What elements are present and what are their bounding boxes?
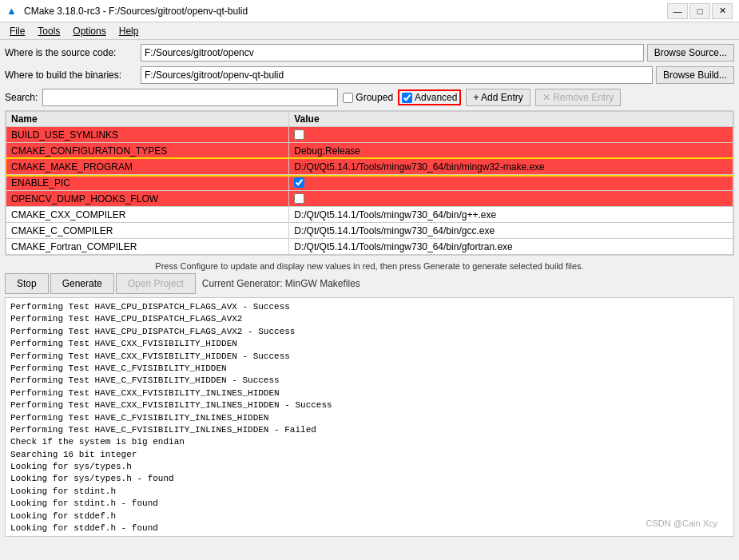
build-input[interactable] [141, 66, 653, 84]
menu-bar: File Tools Options Help [0, 22, 739, 40]
table-row-value: D:/Qt/Qt5.14.1/Tools/mingw730_64/bin/gcc… [289, 223, 733, 239]
search-input[interactable] [42, 89, 338, 106]
advanced-label: Advanced [415, 92, 457, 103]
menu-tools[interactable]: Tools [31, 24, 66, 38]
log-line: Check size of unsigned short [10, 534, 729, 537]
log-line: Performing Test HAVE_CPU_DISPATCH_FLAGS_… [10, 326, 729, 338]
table-row-name: CMAKE_Fortran_COMPILER [6, 239, 289, 255]
log-line: Performing Test HAVE_C_FVISIBILITY_HIDDE… [10, 363, 729, 375]
table-row-name: CMAKE_CXX_COMPILER [6, 207, 289, 223]
browse-build-button[interactable]: Browse Build... [656, 66, 734, 84]
log-line: Searching 16 bit integer [10, 449, 729, 461]
table-row-name: CMAKE_MAKE_PROGRAM [6, 159, 289, 175]
browse-source-button[interactable]: Browse Source... [647, 44, 734, 62]
table-row-value: Debug;Release [289, 143, 733, 159]
log-line: Performing Test HAVE_CXX_FVISIBILITY_HID… [10, 338, 729, 350]
table-row-value: D:/Qt/Qt5.14.1/Tools/mingw730_64/bin/g++… [289, 207, 733, 223]
window-title: CMake 3.18.0-rc3 - F:/Sources/gitroot/op… [24, 6, 667, 17]
table-row-name: CMAKE_C_COMPILER [6, 223, 289, 239]
title-bar: ▲ CMake 3.18.0-rc3 - F:/Sources/gitroot/… [0, 0, 739, 22]
config-table-wrapper: Name Value BUILD_USE_SYMLINKSCMAKE_CONFI… [5, 110, 734, 256]
advanced-checkbox-wrapper: Advanced [398, 89, 461, 105]
remove-entry-button[interactable]: ✕ Remove Entry [535, 89, 621, 106]
grouped-checkbox-group: Grouped [343, 92, 393, 103]
table-row-value[interactable] [289, 191, 733, 207]
menu-file[interactable]: File [3, 24, 31, 38]
open-project-button[interactable]: Open Project [116, 273, 196, 294]
menu-options[interactable]: Options [66, 24, 112, 38]
log-line: Performing Test HAVE_C_FVISIBILITY_INLIN… [10, 424, 729, 436]
search-label: Search: [5, 92, 38, 103]
log-output[interactable]: Performing Test HAVE_CPU_DISPATCH_FLAGS_… [5, 297, 734, 537]
table-row-name: OPENCV_DUMP_HOOKS_FLOW [6, 191, 289, 207]
main-content: Where is the source code: Browse Source.… [0, 40, 739, 540]
stop-button[interactable]: Stop [5, 273, 49, 294]
log-line: Performing Test HAVE_CPU_DISPATCH_FLAGS_… [10, 301, 729, 313]
log-lines-container: Performing Test HAVE_CPU_DISPATCH_FLAGS_… [10, 301, 729, 537]
minimize-button[interactable]: — [667, 3, 688, 19]
log-line: Performing Test HAVE_C_FVISIBILITY_HIDDE… [10, 375, 729, 387]
config-table: Name Value BUILD_USE_SYMLINKSCMAKE_CONFI… [6, 111, 733, 255]
source-row: Where is the source code: Browse Source.… [5, 43, 734, 62]
log-line: Looking for stddef.h - found [10, 522, 729, 534]
table-row-name: CMAKE_CONFIGURATION_TYPES [6, 143, 289, 159]
table-row-value: D:/Qt/Qt5.14.1/Tools/mingw730_64/bin/min… [289, 159, 733, 175]
grouped-checkbox[interactable] [343, 93, 353, 103]
grouped-label: Grouped [356, 92, 393, 103]
maximize-button[interactable]: □ [689, 3, 710, 19]
source-label: Where is the source code: [5, 47, 141, 58]
table-row-name: ENABLE_PIC [6, 175, 289, 191]
build-label: Where to build the binaries: [5, 70, 141, 81]
log-line: Looking for sys/types.h - found [10, 473, 729, 485]
status-text: Press Configure to update and display ne… [5, 259, 734, 273]
log-line: Looking for stdint.h [10, 486, 729, 498]
app-icon: ▲ [6, 5, 19, 18]
table-row-name: BUILD_USE_SYMLINKS [6, 127, 289, 143]
table-row-value: D:/Qt/Qt5.14.1/Tools/mingw730_64/bin/gfo… [289, 239, 733, 255]
window-controls: — □ ✕ [667, 3, 733, 19]
log-line: Looking for stddef.h [10, 510, 729, 522]
log-line: Performing Test HAVE_CPU_DISPATCH_FLAGS_… [10, 313, 729, 325]
log-line: Looking for sys/types.h [10, 461, 729, 473]
add-entry-button[interactable]: + Add Entry [466, 89, 530, 106]
source-input[interactable] [141, 44, 644, 62]
close-button[interactable]: ✕ [712, 3, 733, 19]
search-row: Search: Grouped Advanced + Add Entry ✕ R… [5, 88, 734, 107]
log-line: Looking for stdint.h - found [10, 498, 729, 510]
log-line: Performing Test HAVE_CXX_FVISIBILITY_INL… [10, 387, 729, 399]
col-value: Value [289, 112, 733, 127]
log-line: Performing Test HAVE_CXX_FVISIBILITY_INL… [10, 399, 729, 411]
watermark: CSDN @Cain Xcy [646, 518, 717, 530]
menu-help[interactable]: Help [113, 24, 145, 38]
log-line: Performing Test HAVE_CXX_FVISIBILITY_HID… [10, 351, 729, 363]
col-name: Name [6, 112, 289, 127]
table-row-value[interactable] [289, 175, 733, 191]
generator-label: Current Generator: MinGW Makefiles [202, 278, 360, 289]
table-row-value[interactable] [289, 127, 733, 143]
log-line: Performing Test HAVE_C_FVISIBILITY_INLIN… [10, 412, 729, 424]
advanced-checkbox[interactable] [402, 93, 412, 103]
button-row: Stop Generate Open Project Current Gener… [5, 273, 734, 294]
build-row: Where to build the binaries: Browse Buil… [5, 66, 734, 85]
generate-button[interactable]: Generate [50, 273, 114, 294]
log-line: Check if the system is big endian [10, 436, 729, 448]
